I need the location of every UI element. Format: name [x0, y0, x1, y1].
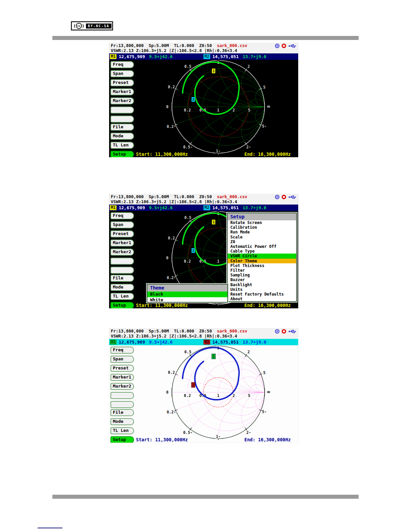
setup-menu-item-scale[interactable]: Scale	[228, 235, 296, 239]
svg-text:∞: ∞	[267, 389, 270, 395]
marker2-badge: M2	[203, 54, 210, 59]
setup-menu-item-plot-thickness[interactable]: Plot Thickness	[228, 263, 296, 268]
sidebar-button-preset[interactable]: Preset	[110, 79, 134, 86]
sidebar-button-file[interactable]: File	[110, 124, 134, 131]
span-readout: Sp:5.00M	[149, 328, 169, 334]
sidebar-button-blank[interactable]	[110, 392, 134, 399]
frequency-readout: Fr:13,800,000	[111, 328, 144, 334]
sidebar-button-freq[interactable]: Freq	[110, 212, 134, 219]
theme-menu-title: Theme	[147, 284, 227, 292]
sidebar-button-marker1[interactable]: Marker1	[110, 374, 134, 381]
marker1-flag: 1	[212, 220, 216, 225]
device-header-line1: Fr:13,800,000 Sp:5.00M TL:0.000 Z0:50 sa…	[109, 328, 298, 334]
sweep-start-label: Start: 11,300,000Hz	[136, 151, 188, 157]
device-screen-body: 0.20.51250∞0.2-0.5-1-2-5-0.20.512512 Fre…	[109, 60, 298, 157]
setup-menu-item-calibration[interactable]: Calibration	[228, 225, 296, 230]
sidebar-button-file[interactable]: File	[110, 409, 134, 416]
setup-menu-item-about[interactable]: About	[228, 297, 296, 301]
bottom-divider-bar	[52, 495, 359, 499]
marker2-impedance: 13.7+j9.0	[243, 54, 266, 59]
sidebar-button-tl-len[interactable]: TL Len	[110, 427, 134, 434]
setup-menu-item-color-theme[interactable]: Color Theme	[228, 259, 296, 263]
sweep-start-label: Start: 11,300,000Hz	[136, 437, 188, 442]
sidebar-button-freq[interactable]: Freq	[110, 347, 134, 354]
svg-text:1: 1	[217, 393, 220, 398]
marker-readout-bar: M1 12,675,909 9.5+j42.6 M2 14,575,051 13…	[109, 205, 298, 211]
setup-menu-item-units[interactable]: Units	[228, 287, 296, 292]
sidebar-button-tl-len[interactable]: TL Len	[110, 142, 134, 149]
sidebar-button-preset[interactable]: Preset	[110, 230, 134, 237]
z0-readout: Z0:50	[199, 43, 212, 48]
setup-menu-title: Setup	[228, 213, 296, 220]
marker2-readout: M2 14,575,051 13.7+j9.0	[203, 205, 266, 211]
sidebar-button-marker1[interactable]: Marker1	[110, 88, 134, 95]
marker2-badge: M2	[203, 205, 210, 210]
sweep-status-bar: Start: 11,300,000Hz End: 16,300,000Hz	[136, 437, 291, 442]
setup-menu-item-vswr-circle[interactable]: VSWR Circle	[228, 254, 296, 258]
sidebar-button-blank[interactable]	[110, 258, 134, 265]
sidebar-button-setup[interactable]: Setup	[110, 302, 134, 308]
svg-text:1: 1	[217, 108, 220, 113]
sidebar-button-setup[interactable]: Setup	[110, 436, 134, 443]
sidebar-button-blank[interactable]	[110, 401, 134, 408]
setup-menu-panel: SetupRotate ScreenCalibrationRun ModeSca…	[227, 213, 297, 302]
sidebar-button-mode[interactable]: Mode	[110, 133, 134, 140]
usb-icon	[288, 44, 296, 48]
setup-menu-item-automatic-power-off[interactable]: Automatic Power Off	[228, 244, 296, 249]
record-icon	[281, 329, 286, 334]
setup-menu-item-cable-type[interactable]: Cable Type	[228, 249, 296, 254]
svg-text:0.2: 0.2	[168, 236, 175, 240]
sidebar-button-marker1[interactable]: Marker1	[110, 239, 134, 247]
sidebar-button-freq[interactable]: Freq	[110, 61, 134, 68]
marker2-impedance: 13.7+j9.0	[243, 205, 266, 210]
sidebar-button-setup[interactable]: Setup	[110, 151, 134, 157]
marker2-frequency: 14,575,051	[212, 340, 238, 345]
capture-filename: sark_000.csv	[217, 328, 247, 334]
sidebar-button-blank[interactable]	[110, 106, 134, 114]
svg-text:5-: 5-	[262, 124, 267, 129]
theme-menu-item-black[interactable]: Black	[147, 292, 227, 297]
sidebar-button-marker2[interactable]: Marker2	[110, 383, 134, 390]
svg-text:2: 2	[192, 97, 194, 102]
sidebar-button-mode[interactable]: Mode	[110, 284, 134, 291]
device-screen-body: 0.20.51250∞0.2-0.5-1-2-5-0.20.512512 Fre…	[109, 211, 298, 308]
marker-readout-bar: M1 12,675,909 9.5+j42.6 M2 14,575,051 13…	[109, 339, 298, 345]
device-screenshot-2: Fr:13,800,000 Sp:5.00M TL:0.000 Z0:50 sa…	[109, 194, 298, 308]
svg-text:0: 0	[166, 256, 169, 260]
sidebar-button-mode[interactable]: Mode	[110, 418, 134, 425]
sidebar-button-preset[interactable]: Preset	[110, 365, 134, 372]
setup-menu-item-sampling[interactable]: Sampling	[228, 273, 296, 277]
cc-license-label: BY-NC-SA	[86, 24, 111, 29]
setup-menu-item-rotate-screen[interactable]: Rotate Screen	[228, 220, 296, 225]
marker1-readout: M1 12,675,909 9.5+j42.6	[110, 205, 173, 211]
sidebar-button-tl-len[interactable]: TL Len	[110, 293, 134, 300]
cc-icon: cc	[76, 23, 82, 29]
sidebar-button-marker2[interactable]: Marker2	[110, 249, 134, 256]
sweep-start-label: Start: 11,300,000Hz	[136, 303, 188, 308]
record-icon	[281, 43, 286, 48]
marker1-frequency: 12,675,909	[119, 54, 145, 59]
sidebar-button-blank[interactable]	[110, 116, 134, 123]
smith-chart: 0.20.51250∞0.2-0.5-1-2-5-0.20.512512	[109, 345, 298, 443]
setup-menu-item-filter[interactable]: Filter	[228, 268, 296, 273]
marker2-badge: M2	[203, 340, 210, 345]
record-icon	[281, 194, 286, 200]
svg-text:2: 2	[247, 64, 250, 69]
footnote-rule	[38, 528, 62, 528]
setup-menu-item-reset-factory-defaults[interactable]: Reset Factory Defaults	[228, 292, 296, 297]
setup-menu-item-backlight[interactable]: Backlight	[228, 282, 296, 287]
svg-text:5-: 5-	[262, 409, 267, 414]
sidebar-button-blank[interactable]	[110, 267, 134, 274]
theme-menu-item-white[interactable]: White	[147, 297, 227, 303]
sidebar-button-span[interactable]: Span	[110, 356, 134, 363]
sidebar-button-marker2[interactable]: Marker2	[110, 97, 134, 104]
svg-text:∞: ∞	[267, 103, 270, 109]
setup-menu-item-z0[interactable]: Z0	[228, 239, 296, 244]
capture-filename: sark_000.csv	[217, 194, 247, 200]
sidebar-button-span[interactable]: Span	[110, 70, 134, 77]
setup-menu-item-run-mode[interactable]: Run Mode	[228, 230, 296, 234]
sidebar-button-file[interactable]: File	[110, 275, 134, 282]
marker1-readout: M1 12,675,909 9.5+j42.6	[110, 339, 173, 345]
sidebar-button-span[interactable]: Span	[110, 221, 134, 228]
setup-menu-item-buzzer[interactable]: Buzzer	[228, 277, 296, 282]
